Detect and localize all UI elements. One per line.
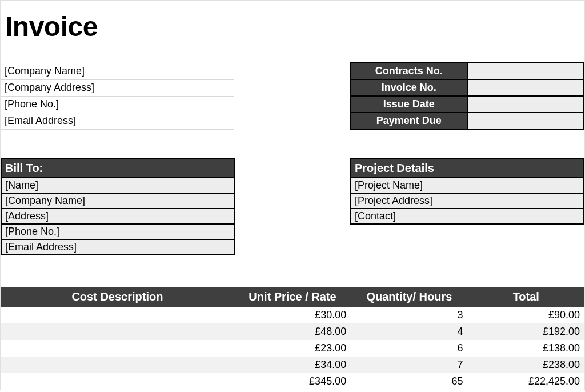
- issue-date-value: [467, 96, 584, 113]
- line-items-table: Cost Description Unit Price / Rate Quant…: [1, 287, 584, 390]
- payment-due-label: Payment Due: [351, 113, 467, 129]
- page-title: Invoice: [5, 11, 580, 42]
- line-total: £238.00: [468, 357, 584, 373]
- line-qty: 3: [351, 307, 467, 323]
- col-desc: Cost Description: [1, 287, 234, 307]
- contracts-no-value: [467, 63, 584, 79]
- line-item-row: £23.006£138.00: [1, 340, 584, 357]
- line-total: £22,425.00: [468, 373, 584, 390]
- col-unit: Unit Price / Rate: [234, 287, 351, 307]
- line-items-header: Cost Description Unit Price / Rate Quant…: [1, 287, 584, 307]
- line-item-row: £48.004£192.00: [1, 323, 584, 340]
- line-unit: £48.00: [234, 323, 351, 340]
- header-info-table: [Company Name] Contracts No. [Company Ad…: [1, 62, 584, 130]
- line-desc: [1, 373, 234, 390]
- line-qty: 7: [351, 357, 467, 373]
- contracts-no-label: Contracts No.: [351, 63, 467, 79]
- project-details-header: Project Details: [351, 159, 584, 178]
- bill-to-header: Bill To:: [1, 159, 234, 178]
- line-item-row: £345.0065£22,425.00: [1, 373, 584, 390]
- col-total: Total: [468, 287, 584, 307]
- line-desc: [1, 357, 234, 373]
- line-desc: [1, 340, 234, 357]
- sender-company: [Company Name]: [1, 63, 234, 79]
- bill-to-email: [Email Address]: [1, 239, 234, 255]
- line-qty: 4: [351, 323, 467, 340]
- issue-date-label: Issue Date: [351, 96, 467, 113]
- line-total: £192.00: [468, 323, 584, 340]
- payment-due-value: [467, 113, 584, 129]
- title-block: Invoice: [1, 1, 584, 55]
- line-unit: £23.00: [234, 340, 351, 357]
- line-item-row: £34.007£238.00: [1, 357, 584, 373]
- line-item-row: £30.003£90.00: [1, 307, 584, 323]
- invoice-no-value: [467, 79, 584, 96]
- invoice-document: Invoice [Company Name] Contracts No. [Co…: [0, 0, 585, 390]
- sender-email: [Email Address]: [1, 113, 234, 129]
- bill-to-company: [Company Name]: [1, 193, 234, 209]
- project-address: [Project Address]: [351, 193, 584, 209]
- sender-address: [Company Address]: [1, 79, 234, 96]
- bill-to-address: [Address]: [1, 209, 234, 224]
- bill-to-name: [Name]: [1, 178, 234, 193]
- line-unit: £30.00: [234, 307, 351, 323]
- col-qty: Quantity/ Hours: [351, 287, 467, 307]
- line-total: £90.00: [468, 307, 584, 323]
- line-desc: [1, 323, 234, 340]
- project-name: [Project Name]: [351, 178, 584, 193]
- bill-to-phone: [Phone No.]: [1, 224, 234, 239]
- line-unit: £34.00: [234, 357, 351, 373]
- line-qty: 65: [351, 373, 467, 390]
- line-qty: 6: [351, 340, 467, 357]
- project-contact: [Contact]: [351, 209, 584, 224]
- sender-phone: [Phone No.]: [1, 96, 234, 113]
- line-desc: [1, 307, 234, 323]
- line-unit: £345.00: [234, 373, 351, 390]
- line-total: £138.00: [468, 340, 584, 357]
- billto-project-table: Bill To: Project Details [Name] [Project…: [1, 158, 584, 255]
- invoice-no-label: Invoice No.: [351, 79, 467, 96]
